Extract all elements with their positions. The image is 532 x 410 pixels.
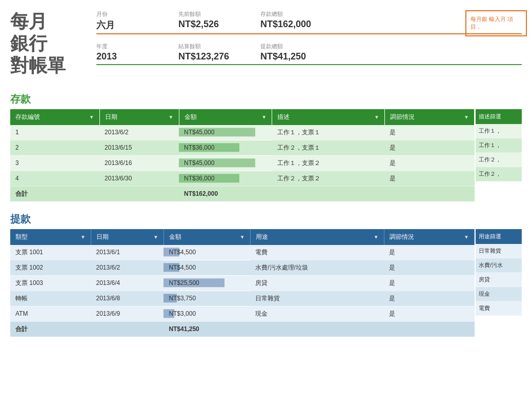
- deposit-total-amount-cell: NT$162,000: [179, 186, 272, 201]
- col-deposit-adj-arrow[interactable]: ▼: [464, 114, 469, 120]
- withdrawal-purpose-cell: 現金: [250, 306, 384, 321]
- withdrawal-side-item-4[interactable]: 現金: [476, 287, 522, 301]
- col-deposit-id[interactable]: 存款編號 ▼: [10, 109, 99, 125]
- deposit-side-item-1[interactable]: 工作１，: [476, 124, 522, 138]
- withdrawal-date-cell: 2013/6/9: [91, 306, 163, 321]
- deposit-side-items: 工作１，工作１，工作２，工作２，: [476, 124, 522, 181]
- withdrawal-amount-cell: NT$4,500: [163, 260, 250, 275]
- withdrawal-amount-cell: NT$3,750: [163, 291, 250, 306]
- deposit-side-item-4[interactable]: 工作２，: [476, 167, 522, 181]
- month-cell: 月份 六月: [96, 10, 178, 31]
- prev-balance-value: NT$2,526: [178, 19, 260, 30]
- withdrawal-adj-cell: 是: [384, 245, 474, 260]
- withdrawal-total-cell: 提款總額 NT$41,250: [260, 43, 342, 62]
- deposit-total-value: NT$162,000: [260, 19, 342, 30]
- withdrawal-type-cell: ATM: [10, 306, 91, 321]
- col-withdrawal-purpose[interactable]: 用途 ▼: [250, 229, 384, 245]
- col-withdrawal-adj[interactable]: 調節情況 ▼: [384, 229, 474, 245]
- withdrawal-date-cell: 2013/6/4: [91, 275, 163, 291]
- prev-balance-cell: 先前餘額 NT$2,526: [178, 10, 260, 31]
- year-value: 2013: [96, 51, 178, 62]
- deposit-amount-cell: NT$45,000: [179, 125, 272, 140]
- deposit-date-cell: 2013/6/16: [99, 155, 179, 171]
- month-label: 月份: [96, 10, 178, 18]
- withdrawal-adj-cell: 是: [384, 291, 474, 306]
- col-deposit-amount-arrow[interactable]: ▼: [261, 114, 267, 120]
- withdrawal-section-title: 提款: [10, 212, 522, 226]
- deposit-desc-cell: 工作１，支票２: [272, 155, 385, 171]
- deposit-side-panel-header: 描述篩選: [476, 109, 522, 124]
- deposit-id-cell: 3: [10, 155, 99, 171]
- col-deposit-date[interactable]: 日期 ▼: [99, 109, 179, 125]
- withdrawal-type-cell: 支票 1002: [10, 260, 91, 275]
- deposit-amount-cell: NT$36,000: [179, 140, 272, 155]
- withdrawal-type-cell: 轉帳: [10, 291, 91, 306]
- withdrawal-type-cell: 支票 1003: [10, 275, 91, 291]
- withdrawal-adj-cell: 是: [384, 260, 474, 275]
- deposit-adj-cell: 是: [384, 171, 474, 186]
- withdrawal-side-panel: 用途篩選 日常雜貨水費/污水房貸現金電費: [476, 229, 522, 337]
- col-deposit-desc-arrow[interactable]: ▼: [374, 114, 379, 120]
- withdrawal-row-3: 支票 1003 2013/6/4 NT$25,500 房貸 是: [10, 275, 475, 291]
- withdrawal-tbody: 支票 1001 2013/6/1 NT$4,500 電費 是 支票 1002 2…: [10, 245, 475, 322]
- withdrawal-purpose-cell: 電費: [250, 245, 384, 260]
- info-grid: 月份 六月 先前餘額 NT$2,526 存款總額 NT$162,000 年度 2…: [96, 10, 522, 65]
- withdrawal-date-cell: 2013/6/2: [91, 260, 163, 275]
- col-withdrawal-type-arrow[interactable]: ▼: [80, 234, 86, 240]
- deposit-total-label: 存款總額: [260, 10, 342, 18]
- deposit-adj-cell: 是: [384, 155, 474, 171]
- deposit-adj-cell: 是: [384, 125, 474, 140]
- year-cell: 年度 2013: [96, 43, 178, 62]
- col-withdrawal-type[interactable]: 類型 ▼: [10, 229, 91, 245]
- withdrawal-date-cell: 2013/6/1: [91, 245, 163, 260]
- deposit-table-wrapper: 存款編號 ▼ 日期 ▼ 金額 ▼: [10, 109, 522, 202]
- withdrawal-row-5: ATM 2013/6/9 NT$3,000 現金 是: [10, 306, 475, 321]
- col-withdrawal-adj-arrow[interactable]: ▼: [464, 234, 469, 240]
- deposit-id-cell: 4: [10, 171, 99, 186]
- deposit-side-item-2[interactable]: 工作１，: [476, 138, 522, 153]
- col-deposit-id-arrow[interactable]: ▼: [89, 114, 94, 120]
- withdrawal-adj-cell: 是: [384, 275, 474, 291]
- withdrawal-header-row: 類型 ▼ 日期 ▼ 金額 ▼: [10, 229, 475, 245]
- col-withdrawal-amount-arrow[interactable]: ▼: [240, 234, 245, 240]
- year-label: 年度: [96, 43, 178, 50]
- withdrawal-total-label-cell: 合計: [10, 321, 91, 337]
- deposit-section-title: 存款: [10, 92, 522, 106]
- main-title: 每月 銀行 對帳單: [10, 10, 66, 77]
- withdrawal-side-items: 日常雜貨水費/污水房貸現金電費: [476, 244, 522, 316]
- withdrawal-side-item-3[interactable]: 房貸: [476, 273, 522, 287]
- col-withdrawal-date-arrow[interactable]: ▼: [153, 234, 158, 240]
- deposit-date-cell: 2013/6/30: [99, 171, 179, 186]
- header-section: 每月 銀行 對帳單 月份 六月 先前餘額 NT$2,526 存款總額 NT$16…: [10, 10, 522, 77]
- col-deposit-amount[interactable]: 金額 ▼: [179, 109, 272, 125]
- withdrawal-side-item-1[interactable]: 日常雜貨: [476, 244, 522, 258]
- deposit-total-label-cell: 合計: [10, 186, 99, 201]
- deposit-side-panel: 描述篩選 工作１，工作１，工作２，工作２，: [476, 109, 522, 202]
- deposit-row-1: 1 2013/6/2 NT$45,000 工作１，支票１ 是: [10, 125, 475, 140]
- balance-label: 結算餘額: [178, 43, 260, 50]
- col-deposit-date-arrow[interactable]: ▼: [169, 114, 174, 120]
- col-withdrawal-date[interactable]: 日期 ▼: [91, 229, 163, 245]
- withdrawal-purpose-cell: 房貸: [250, 275, 384, 291]
- deposit-row-3: 3 2013/6/16 NT$45,000 工作１，支票２ 是: [10, 155, 475, 171]
- withdrawal-side-item-2[interactable]: 水費/污水: [476, 258, 522, 273]
- withdrawal-total-label: 提款總額: [260, 43, 342, 50]
- deposit-header-row: 存款編號 ▼ 日期 ▼ 金額 ▼: [10, 109, 475, 125]
- withdrawal-type-cell: 支票 1001: [10, 245, 91, 260]
- deposit-desc-cell: 工作２，支票２: [272, 171, 385, 186]
- deposit-side-item-3[interactable]: 工作２，: [476, 153, 522, 167]
- withdrawal-date-cell: 2013/6/8: [91, 291, 163, 306]
- withdrawal-purpose-cell: 水費/污水處理/垃圾: [250, 260, 384, 275]
- deposit-total-row: 合計 NT$162,000: [10, 186, 475, 201]
- withdrawal-amount-cell: NT$3,000: [163, 306, 250, 321]
- withdrawal-amount-cell: NT$25,500: [163, 275, 250, 291]
- col-withdrawal-amount[interactable]: 金額 ▼: [163, 229, 250, 245]
- deposit-table: 存款編號 ▼ 日期 ▼ 金額 ▼: [10, 109, 475, 202]
- col-withdrawal-purpose-arrow[interactable]: ▼: [374, 234, 379, 240]
- withdrawal-side-item-5[interactable]: 電費: [476, 301, 522, 316]
- col-deposit-desc[interactable]: 描述 ▼: [272, 109, 385, 125]
- col-deposit-adj[interactable]: 調節情況 ▼: [384, 109, 474, 125]
- deposit-amount-cell: NT$36,000: [179, 171, 272, 186]
- month-value: 六月: [96, 19, 178, 31]
- withdrawal-row-4: 轉帳 2013/6/8 NT$3,750 日常雜貨 是: [10, 291, 475, 306]
